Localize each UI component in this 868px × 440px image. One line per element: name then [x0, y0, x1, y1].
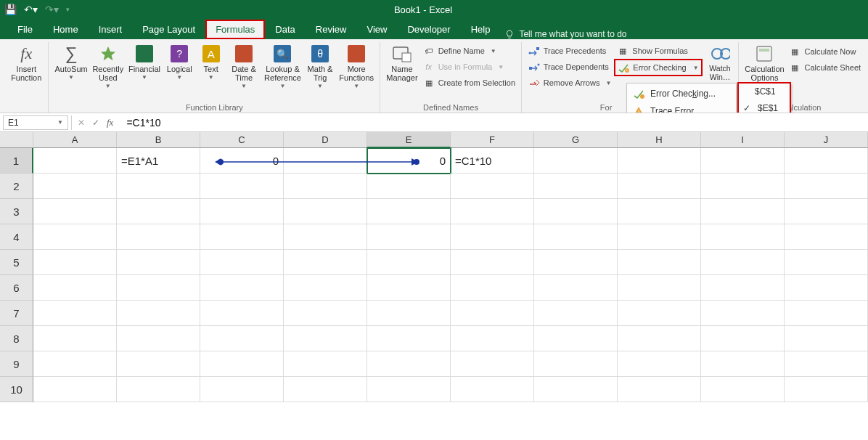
cell-D7[interactable]	[284, 301, 367, 326]
row-header-5[interactable]: 5	[0, 250, 33, 275]
cell-A9[interactable]	[33, 351, 117, 377]
cell-C9[interactable]	[200, 351, 284, 377]
undo-icon[interactable]: ↶▾	[24, 4, 38, 15]
column-header-J[interactable]: J	[785, 132, 868, 148]
cell-I8[interactable]	[701, 326, 785, 351]
cell-E7[interactable]	[367, 301, 451, 326]
select-all-corner[interactable]	[0, 132, 33, 148]
cell-I5[interactable]	[701, 250, 785, 275]
cell-E4[interactable]	[367, 224, 451, 250]
fx-icon[interactable]: fx	[107, 117, 118, 129]
cell-I6[interactable]	[701, 275, 785, 301]
row-header-2[interactable]: 2	[0, 174, 33, 199]
lookup-button[interactable]: 🔍Lookup &Reference▼	[263, 42, 303, 89]
cell-F7[interactable]	[451, 301, 534, 326]
cell-H4[interactable]	[618, 224, 701, 250]
calculate-sheet-button[interactable]: ▦Calculate Sheet	[787, 60, 863, 75]
cell-B1[interactable]: =E1*A1	[117, 148, 200, 174]
column-header-C[interactable]: C	[200, 132, 284, 148]
more-functions-button[interactable]: MoreFunctions▼	[337, 42, 375, 89]
row-header-1[interactable]: 1	[0, 148, 33, 174]
show-formulas-button[interactable]: ▦Show Formulas	[615, 44, 701, 58]
cell-B6[interactable]	[117, 275, 200, 301]
cell-C8[interactable]	[200, 326, 284, 351]
cell-I1[interactable]	[701, 148, 785, 174]
cell-D3[interactable]	[284, 199, 367, 224]
chevron-down-icon[interactable]: ▼	[57, 119, 63, 126]
cell-I9[interactable]	[701, 351, 785, 377]
cell-C6[interactable]	[200, 275, 284, 301]
name-manager-button[interactable]: NameManager	[385, 42, 419, 82]
cell-E10[interactable]	[367, 377, 451, 402]
cell-J4[interactable]	[785, 224, 868, 250]
column-header-F[interactable]: F	[451, 132, 534, 148]
cell-A1[interactable]	[33, 148, 117, 174]
error-checking-button[interactable]: !Error Checking▼	[615, 60, 701, 76]
circ-ref-item-0[interactable]: $C$1	[739, 83, 790, 99]
cell-C3[interactable]	[200, 199, 284, 224]
cell-E6[interactable]	[367, 275, 451, 301]
tab-formulas[interactable]: Formulas	[205, 20, 265, 39]
cell-J9[interactable]	[785, 351, 868, 377]
cell-A4[interactable]	[33, 224, 117, 250]
cell-G6[interactable]	[534, 275, 618, 301]
cell-G3[interactable]	[534, 199, 618, 224]
cell-B5[interactable]	[117, 250, 200, 275]
cell-A7[interactable]	[33, 301, 117, 326]
row-header-9[interactable]: 9	[0, 351, 33, 377]
cell-B7[interactable]	[117, 301, 200, 326]
math-button[interactable]: θMath &Trig▼	[304, 42, 336, 89]
save-icon[interactable]: 💾	[4, 4, 17, 15]
cell-J2[interactable]	[785, 174, 868, 199]
cell-C10[interactable]	[200, 377, 284, 402]
cell-G5[interactable]	[534, 250, 618, 275]
cell-D10[interactable]	[284, 377, 367, 402]
row-header-4[interactable]: 4	[0, 224, 33, 250]
cell-A8[interactable]	[33, 326, 117, 351]
logical-button[interactable]: ?Logical▼	[163, 42, 195, 81]
text-button[interactable]: AText▼	[197, 42, 225, 81]
cell-A5[interactable]	[33, 250, 117, 275]
cell-H8[interactable]	[618, 326, 701, 351]
autosum-button[interactable]: ∑AutoSum▼	[53, 42, 89, 81]
cells-area[interactable]: =E1*A100=C1*10	[33, 148, 868, 402]
cell-G8[interactable]	[534, 326, 618, 351]
cell-I2[interactable]	[701, 174, 785, 199]
cell-B8[interactable]	[117, 326, 200, 351]
column-header-D[interactable]: D	[284, 132, 367, 148]
cell-B3[interactable]	[117, 199, 200, 224]
cell-E8[interactable]	[367, 326, 451, 351]
cell-B10[interactable]	[117, 377, 200, 402]
cell-H1[interactable]	[618, 148, 701, 174]
cell-F1[interactable]: =C1*10	[451, 148, 534, 174]
cell-G7[interactable]	[534, 301, 618, 326]
remove-arrows-button[interactable]: Remove Arrows▼	[526, 76, 614, 90]
cell-J6[interactable]	[785, 275, 868, 301]
cell-F9[interactable]	[451, 351, 534, 377]
financial-button[interactable]: Financial▼	[127, 42, 162, 81]
create-from-selection-button[interactable]: ▦Create from Selection	[421, 76, 517, 90]
cell-D9[interactable]	[284, 351, 367, 377]
cell-G1[interactable]	[534, 148, 618, 174]
cell-H2[interactable]	[618, 174, 701, 199]
cell-H9[interactable]	[618, 351, 701, 377]
cell-J8[interactable]	[785, 326, 868, 351]
cell-F10[interactable]	[451, 377, 534, 402]
cell-I10[interactable]	[701, 377, 785, 402]
column-header-A[interactable]: A	[33, 132, 117, 148]
cell-H7[interactable]	[618, 301, 701, 326]
cell-B9[interactable]	[117, 351, 200, 377]
cell-J3[interactable]	[785, 199, 868, 224]
row-header-7[interactable]: 7	[0, 301, 33, 326]
cell-C5[interactable]	[200, 250, 284, 275]
cell-D6[interactable]	[284, 275, 367, 301]
cell-H3[interactable]	[618, 199, 701, 224]
tab-page-layout[interactable]: Page Layout	[132, 20, 205, 39]
cell-D8[interactable]	[284, 326, 367, 351]
cell-G10[interactable]	[534, 377, 618, 402]
cell-F2[interactable]	[451, 174, 534, 199]
column-header-E[interactable]: E	[367, 132, 451, 148]
tab-file[interactable]: File	[7, 20, 43, 39]
cell-C7[interactable]	[200, 301, 284, 326]
row-header-8[interactable]: 8	[0, 326, 33, 351]
